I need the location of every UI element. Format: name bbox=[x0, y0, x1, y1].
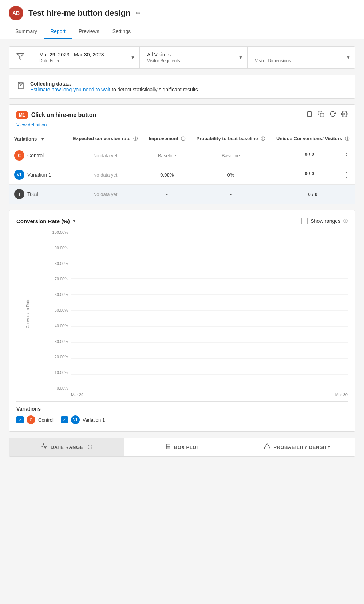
user-avatar: AB bbox=[9, 6, 23, 20]
tab-box-plot-label: BOX PLOT bbox=[174, 445, 199, 450]
col-variations: Variations ▼ bbox=[9, 132, 67, 146]
tab-probability-density-label: PROBABILITY DENSITY bbox=[273, 445, 331, 450]
y-label-90: 90.00% bbox=[55, 246, 68, 250]
date-filter[interactable]: Mar 29, 2023 - Mar 30, 2023 Date Filter … bbox=[32, 47, 140, 68]
page-header: AB Test hire-me button design ✏ Summary … bbox=[0, 0, 364, 39]
y-label-10: 10.00% bbox=[55, 370, 68, 375]
metric-actions bbox=[306, 111, 348, 119]
metric-badge: M1 bbox=[16, 111, 28, 119]
segment-filter-chevron-icon: ▼ bbox=[238, 55, 243, 60]
x-label-mar29: Mar 29 bbox=[71, 392, 83, 397]
metric-settings-icon[interactable] bbox=[341, 111, 348, 119]
info-icon-improvement[interactable]: ⓘ bbox=[181, 136, 185, 142]
y-label-30: 30.00% bbox=[55, 339, 68, 344]
nav-tabs: Summary Report Previews Settings bbox=[9, 25, 355, 39]
variations-table: Variations ▼ Expected conversion rate ⓘ … bbox=[9, 132, 355, 204]
legend-control-badge: C bbox=[27, 415, 35, 424]
y-label-40: 40.00% bbox=[55, 324, 68, 328]
estimate-link[interactable]: Estimate how long you need to wait bbox=[30, 87, 110, 92]
chart-title[interactable]: Conversion Rate (%) ▼ bbox=[16, 218, 76, 224]
y-label-100: 100.00% bbox=[52, 230, 68, 234]
segment-filter-label: Visitor Segments bbox=[147, 58, 240, 63]
info-icon-conversion[interactable]: ⓘ bbox=[133, 136, 138, 142]
info-icon-conversions[interactable]: ⓘ bbox=[345, 136, 349, 142]
tab-previews[interactable]: Previews bbox=[72, 25, 106, 39]
tab-date-range-label: DATE RANGE bbox=[51, 445, 83, 450]
col-improvement: Improvement ⓘ bbox=[143, 132, 191, 146]
box-plot-icon bbox=[165, 443, 171, 451]
legend-item-v1: ✓ V1 Variation 1 bbox=[61, 415, 105, 424]
metric-card: M1 Click on hire-me button bbox=[9, 104, 355, 204]
date-filter-value: Mar 29, 2023 - Mar 30, 2023 bbox=[39, 52, 132, 58]
metric-refresh-icon[interactable] bbox=[329, 111, 336, 119]
tab-box-plot[interactable]: BOX PLOT bbox=[124, 438, 240, 456]
page-title: Test hire-me button design bbox=[28, 8, 131, 18]
filter-icon-small[interactable]: ▼ bbox=[40, 136, 45, 142]
svg-marker-0 bbox=[17, 54, 24, 60]
col-conversion-rate: Expected conversion rate ⓘ bbox=[67, 132, 143, 146]
total-badge: T bbox=[14, 189, 24, 199]
svg-rect-1 bbox=[320, 113, 324, 117]
y-label-50: 50.00% bbox=[55, 308, 68, 312]
metric-header: M1 Click on hire-me button bbox=[9, 105, 355, 122]
tab-settings[interactable]: Settings bbox=[106, 25, 138, 39]
show-ranges-info-icon[interactable]: ⓘ bbox=[343, 218, 348, 224]
y-axis: 100.00% 90.00% 80.00% 70.00% 60.00% 50.0… bbox=[46, 230, 71, 390]
date-range-icon bbox=[41, 443, 48, 451]
filter-icon bbox=[9, 47, 32, 68]
y-label-70: 70.00% bbox=[55, 277, 68, 281]
chart-svg bbox=[71, 230, 348, 390]
chart-title-chevron-icon: ▼ bbox=[72, 218, 76, 224]
legend-item-control: ✓ C Control bbox=[16, 415, 54, 424]
dimension-filter[interactable]: - Visitor Dimensions ▼ bbox=[248, 47, 355, 68]
metric-title: Click on hire-me button bbox=[31, 112, 96, 118]
main-content: Mar 29, 2023 - Mar 30, 2023 Date Filter … bbox=[0, 39, 364, 464]
date-filter-label: Date Filter bbox=[39, 58, 132, 63]
y-label-0: 0.00% bbox=[57, 386, 68, 390]
tab-probability-density[interactable]: PROBABILITY DENSITY bbox=[240, 438, 355, 456]
variations-legend: Variations ✓ C Control ✓ V1 Variation 1 bbox=[16, 401, 348, 424]
edit-icon[interactable]: ✏ bbox=[136, 10, 141, 17]
v1-more-icon[interactable]: ⋮ bbox=[343, 171, 350, 179]
control-more-icon[interactable]: ⋮ bbox=[343, 151, 350, 159]
probability-density-icon bbox=[264, 443, 270, 451]
variation-name-control: C Control bbox=[14, 150, 62, 161]
show-ranges: Show ranges ⓘ bbox=[301, 218, 348, 224]
dimension-filter-value: - bbox=[255, 52, 348, 58]
show-ranges-label: Show ranges bbox=[310, 218, 340, 224]
variation-name-v1: V1 Variation 1 bbox=[14, 170, 62, 180]
table-row: V1 Variation 1 No data yet 0.00% 0% 0 / … bbox=[9, 165, 355, 185]
date-range-info-icon[interactable]: ⓘ bbox=[88, 444, 92, 450]
x-label-mar30: Mar 30 bbox=[335, 392, 348, 397]
y-label-20: 20.00% bbox=[55, 355, 68, 359]
segment-filter[interactable]: All Visitors Visitor Segments ▼ bbox=[140, 47, 248, 68]
table-row: C Control No data yet Baseline Baseline … bbox=[9, 146, 355, 165]
dimension-filter-label: Visitor Dimensions bbox=[255, 58, 348, 63]
tab-summary[interactable]: Summary bbox=[9, 25, 44, 39]
collecting-text: Collecting data... Estimate how long you… bbox=[30, 81, 199, 92]
view-definition-link[interactable]: View definition bbox=[9, 122, 355, 132]
variation-name-total: T Total bbox=[14, 189, 62, 199]
y-label-60: 60.00% bbox=[55, 292, 68, 297]
svg-point-2 bbox=[344, 113, 345, 115]
metric-title-wrap: M1 Click on hire-me button bbox=[16, 111, 96, 119]
legend-v1-checkbox[interactable]: ✓ bbox=[61, 416, 68, 423]
legend-control-label: Control bbox=[38, 417, 54, 423]
control-badge: C bbox=[14, 150, 24, 161]
dimension-filter-chevron-icon: ▼ bbox=[346, 55, 351, 60]
tab-date-range[interactable]: DATE RANGE ⓘ bbox=[9, 438, 124, 456]
metric-copy-icon[interactable] bbox=[318, 111, 324, 119]
metric-hourglass-icon[interactable] bbox=[306, 111, 313, 119]
date-filter-chevron-icon: ▼ bbox=[131, 55, 135, 60]
y-label-80: 80.00% bbox=[55, 261, 68, 266]
tab-report[interactable]: Report bbox=[44, 25, 72, 39]
legend-items: ✓ C Control ✓ V1 Variation 1 bbox=[16, 415, 348, 424]
bottom-tabs: DATE RANGE ⓘ BOX PLOT PROBABILIT bbox=[9, 438, 355, 457]
show-ranges-checkbox[interactable] bbox=[301, 218, 308, 224]
legend-control-checkbox[interactable]: ✓ bbox=[16, 416, 24, 423]
info-icon-probability[interactable]: ⓘ bbox=[261, 136, 265, 142]
hourglass-icon bbox=[16, 81, 25, 92]
table-row-total: T Total No data yet - - 0 / 0 bbox=[9, 185, 355, 204]
legend-v1-label: Variation 1 bbox=[83, 417, 105, 423]
x-axis: Mar 29 Mar 30 bbox=[46, 390, 348, 397]
